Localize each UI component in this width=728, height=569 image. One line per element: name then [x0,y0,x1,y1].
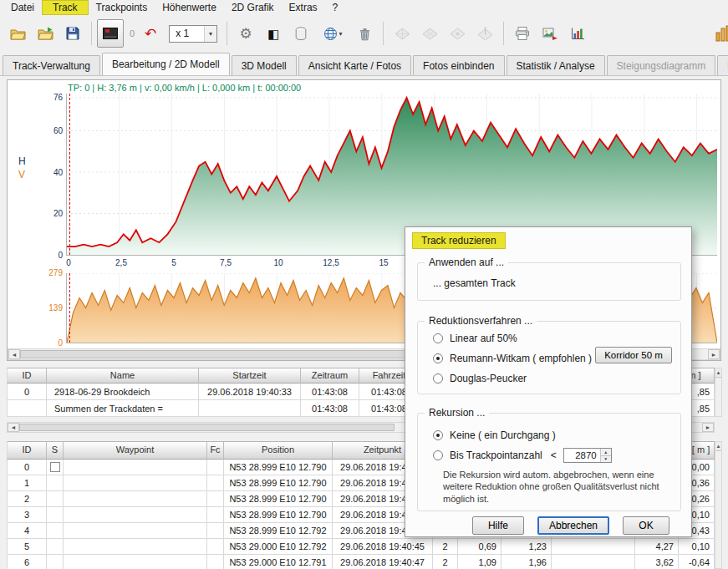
export-image-button[interactable] [537,19,563,48]
cell [64,460,207,475]
radio-douglas-peucker[interactable]: Douglas-Peucker [433,373,680,384]
scroll-left-button[interactable]: ◄ [8,349,20,359]
zoom-level-value: x 1 [170,28,204,39]
tab-fotos-einbinden[interactable]: Fotos einbinden [413,55,504,75]
elevation-data-button[interactable] [288,19,314,48]
chevron-down-icon[interactable]: ▾ [204,26,216,42]
scroll-up-button[interactable]: ▲ [715,442,721,451]
column-header[interactable]: Position [224,441,333,460]
ok-button[interactable]: OK [623,516,669,535]
korridor-button[interactable]: Korridor 50 m [595,347,672,363]
view-3d-point-button[interactable] [444,19,471,48]
undo-button[interactable]: ↶ [137,19,164,48]
zoom-level-combo[interactable]: x 1 ▾ [169,25,217,43]
save-button[interactable] [59,19,86,48]
radio-checked-icon [433,430,443,440]
y-tick-label: 0 [41,251,63,260]
cell [207,555,224,569]
cell: 4,27 [635,539,679,555]
trackpoint-row[interactable]: 6N53 29.000 E10 12.79129.06.2018 19:40:4… [7,555,715,569]
view-3d-plane-button[interactable] [416,19,443,48]
cell [207,507,224,523]
tab-export[interactable]: Exp [717,55,728,75]
column-header[interactable]: Waypoint [64,441,207,460]
print-button[interactable] [509,19,536,48]
view-3d-pole-button[interactable] [471,19,498,48]
column-header[interactable]: ID [7,441,47,460]
toolbar-separator [383,22,384,45]
cursor-line [69,273,70,343]
menu-datei[interactable]: Datei [3,1,42,14]
scroll-up-icon: ▲ [716,370,721,375]
spinner-up-icon[interactable]: ▲ [601,449,611,456]
track-table-vscrollbar[interactable]: ▲ [715,368,722,417]
trackpoint-row[interactable]: 5N53 29.000 E10 12.79229.06.2018 19:40:4… [7,539,715,555]
radio-bis-trackpointanzahl[interactable]: Bis Trackpointanzahl < 2870 ▲ ▼ [433,450,680,461]
scroll-up-button[interactable]: ▲ [715,368,721,378]
trackpoint-count-spinner[interactable]: 2870 ▲ ▼ [563,448,612,463]
toolbar: 0 ↶ x 1 ▾ ⚙ ◧ ▾ [0,15,728,52]
cell [552,555,635,569]
draw-mode-button[interactable]: ◧ [260,19,287,48]
column-header[interactable]: Startzeit [199,368,301,384]
open-track-button[interactable] [4,19,31,48]
tab-statistik-analyse[interactable]: Statistik / Analyse [507,55,605,75]
radio-linear-50[interactable]: Linear auf 50% [433,333,680,344]
tab-steigungsdiagramm[interactable]: Steigungsdiagramm [607,55,716,75]
y-tick-label: 0 [38,338,63,348]
tab-track-verwaltung[interactable]: Track-Verwaltung [3,55,100,75]
menu-2d-grafik[interactable]: 2D Grafik [224,1,282,14]
tab-3d-modell[interactable]: 3D Modell [232,55,297,75]
spinner-down-icon[interactable]: ▼ [601,456,611,463]
cell: 1,23 [501,539,552,555]
help-button[interactable]: Hilfe [472,516,524,535]
menu-track[interactable]: Track [42,0,89,15]
add-track-button[interactable] [32,19,59,48]
radio-icon [433,333,443,343]
trash-icon [359,27,371,41]
y-tick-label: 76 [41,93,63,102]
x-tick-label: 0 [66,258,71,267]
x-tick-label: 5 [171,258,176,267]
column-header[interactable]: ID [7,368,47,384]
less-than-label: < [551,450,557,461]
gear-icon: ⚙ [240,27,252,41]
menu-hoehenwerte[interactable]: Höhenwerte [155,1,224,14]
cell: 29.06.2018 19:40:45 [333,539,433,555]
scroll-right-button[interactable]: ► [708,349,720,359]
scroll-up-icon: ▲ [716,444,721,449]
menu-trackpoints[interactable]: Trackpoints [89,1,155,14]
radio-keine[interactable]: Keine ( ein Durchgang ) [433,429,680,441]
delete-trackpoints-button[interactable] [351,19,378,48]
cell: N53 28.999 E10 12.790 [224,460,333,475]
menu-help[interactable]: ? [325,1,346,14]
scroll-right-button[interactable]: ► [702,423,714,432]
waypoint-checkbox[interactable] [50,462,60,472]
column-header[interactable]: Name [47,368,199,384]
cell: 0 [7,460,47,475]
export-diagram-button[interactable] [564,19,591,48]
clipped-toolbar-icon[interactable] [715,25,728,44]
cell [199,400,301,417]
scroll-left-button[interactable]: ◄ [8,423,19,432]
menu-extras[interactable]: Extras [282,1,325,14]
chevron-down-icon[interactable]: ▾ [339,30,343,38]
cell: N53 28.999 E10 12.792 [224,523,333,539]
cancel-button[interactable]: Abbrechen [537,516,609,535]
trackpoint-table-vscrollbar[interactable]: ▲ [715,441,722,569]
group-legend: Reduktionsverfahren ... [425,315,537,327]
tab-ansicht-karte-fotos[interactable]: Ansicht Karte / Fotos [298,55,411,75]
settings-button[interactable]: ⚙ [232,19,259,48]
view-3d-grid-button[interactable] [389,19,415,48]
scrollbar-thumb[interactable] [19,424,395,431]
y-tick-label: 139 [38,303,63,312]
map-window-button[interactable] [97,19,124,48]
v-axis-label[interactable]: V [18,169,25,180]
tab-bearbeitung-2d-modell[interactable]: Bearbeitung / 2D Modell [102,53,230,75]
cell [47,523,64,539]
column-header[interactable]: Fc [207,441,224,460]
column-header[interactable]: S [47,441,64,460]
map-service-button[interactable]: ▾ [315,19,350,48]
column-header[interactable]: Zeitraum [301,368,359,384]
h-axis-label[interactable]: H [18,155,26,167]
